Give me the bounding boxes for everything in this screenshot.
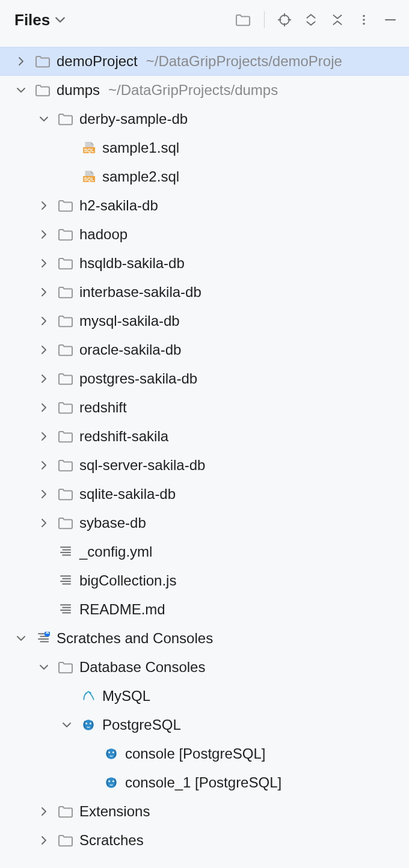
tree-item-label: oracle-sakila-db: [79, 341, 181, 358]
chevron-right-icon[interactable]: [37, 460, 51, 470]
tree-row[interactable]: redshift: [0, 393, 409, 422]
tree-row[interactable]: postgres-sakila-db: [0, 364, 409, 393]
tree-item-label: hadoop: [79, 226, 128, 243]
tree-row[interactable]: sql-server-sakila-db: [0, 451, 409, 480]
chevron-right-icon[interactable]: [37, 518, 51, 528]
chevron-down-icon[interactable]: [37, 114, 51, 124]
tree-row[interactable]: derby-sample-db: [0, 105, 409, 133]
folder-icon: [57, 459, 75, 472]
tree-item-label: mysql-sakila-db: [79, 313, 180, 329]
tree-item-label: console_1 [PostgreSQL]: [125, 774, 281, 791]
chevron-right-icon[interactable]: [14, 57, 28, 66]
tree-row[interactable]: sybase-db: [0, 509, 409, 537]
folder-icon: [34, 84, 52, 97]
expand-all-icon[interactable]: [304, 13, 318, 26]
folder-icon: [57, 834, 75, 847]
file-tree: demoProject~/DataGripProjects/demoProjed…: [0, 43, 409, 855]
tree-item-label: Extensions: [79, 803, 150, 820]
collapse-all-icon[interactable]: [331, 13, 344, 26]
folder-icon: [57, 661, 75, 674]
chevron-right-icon[interactable]: [37, 345, 51, 355]
chevron-right-icon[interactable]: [37, 258, 51, 268]
folder-icon: [57, 805, 75, 818]
tree-row[interactable]: oracle-sakila-db: [0, 335, 409, 364]
panel-title: Files: [14, 11, 50, 29]
tree-row[interactable]: dumps~/DataGripProjects/dumps: [0, 76, 409, 105]
tree-row[interactable]: demoProject~/DataGripProjects/demoProje: [0, 47, 409, 76]
chevron-right-icon[interactable]: [37, 374, 51, 384]
tree-item-label: interbase-sakila-db: [79, 284, 201, 301]
select-opened-file-icon[interactable]: [278, 13, 291, 26]
chevron-right-icon[interactable]: [37, 201, 51, 210]
chevron-right-icon[interactable]: [37, 807, 51, 816]
sql-icon: [79, 170, 97, 183]
chevron-down-icon[interactable]: [14, 85, 28, 95]
tree-row[interactable]: sample2.sql: [0, 162, 409, 191]
tree-item-label: h2-sakila-db: [79, 197, 158, 214]
tree-row[interactable]: hsqldb-sakila-db: [0, 249, 409, 278]
tree-row[interactable]: hadoop: [0, 220, 409, 249]
chevron-down-icon: [55, 14, 66, 25]
textfile-icon: [57, 574, 75, 587]
chevron-right-icon[interactable]: [37, 836, 51, 845]
tree-row[interactable]: Scratches: [0, 826, 409, 855]
tree-row[interactable]: mysql-sakila-db: [0, 307, 409, 335]
tree-row[interactable]: Database Consoles: [0, 653, 409, 682]
tree-item-label: dumps: [57, 82, 100, 99]
folder-icon: [34, 55, 52, 68]
panel-header: Files: [0, 0, 409, 43]
tree-row[interactable]: _config.yml: [0, 537, 409, 566]
tree-row[interactable]: sqlite-sakila-db: [0, 480, 409, 509]
tree-item-label: postgres-sakila-db: [79, 370, 197, 387]
tree-row[interactable]: bigCollection.js: [0, 566, 409, 595]
folder-icon: [57, 430, 75, 443]
tree-row[interactable]: interbase-sakila-db: [0, 278, 409, 307]
chevron-right-icon[interactable]: [37, 432, 51, 441]
postgres-icon: [102, 776, 120, 789]
scratches-icon: [34, 632, 52, 645]
tree-row[interactable]: Scratches and Consoles: [0, 624, 409, 653]
sql-icon: [79, 141, 97, 154]
folder-icon: [57, 401, 75, 414]
folder-icon: [57, 343, 75, 356]
folder-icon: [57, 286, 75, 299]
more-options-icon[interactable]: [357, 13, 371, 26]
tree-item-label: sample2.sql: [102, 168, 179, 185]
folder-icon: [57, 487, 75, 501]
textfile-icon: [57, 545, 75, 558]
chevron-right-icon[interactable]: [37, 230, 51, 239]
tree-row[interactable]: console_1 [PostgreSQL]: [0, 768, 409, 797]
chevron-right-icon[interactable]: [37, 403, 51, 412]
chevron-right-icon[interactable]: [37, 316, 51, 326]
tree-row[interactable]: README.md: [0, 595, 409, 624]
minimize-icon[interactable]: [384, 13, 397, 26]
panel-title-dropdown[interactable]: Files: [14, 11, 66, 29]
tree-item-label: redshift: [79, 399, 127, 416]
tree-item-label: sybase-db: [79, 515, 146, 531]
tree-row[interactable]: PostgreSQL: [0, 711, 409, 739]
tree-row[interactable]: MySQL: [0, 682, 409, 711]
panel-actions: [235, 11, 397, 28]
folder-icon: [57, 516, 75, 530]
tree-item-label: bigCollection.js: [79, 572, 176, 589]
tree-item-path: ~/DataGripProjects/demoProje: [146, 53, 342, 70]
tree-row[interactable]: Extensions: [0, 797, 409, 826]
chevron-right-icon[interactable]: [37, 489, 51, 499]
tree-item-label: demoProject: [57, 53, 138, 70]
chevron-right-icon[interactable]: [37, 287, 51, 297]
tree-item-label: console [PostgreSQL]: [125, 745, 265, 762]
chevron-down-icon[interactable]: [60, 720, 73, 730]
tree-item-label: sqlite-sakila-db: [79, 486, 176, 503]
tree-row[interactable]: h2-sakila-db: [0, 191, 409, 220]
new-folder-icon[interactable]: [235, 13, 251, 26]
folder-icon: [57, 372, 75, 385]
tree-row[interactable]: redshift-sakila: [0, 422, 409, 451]
folder-icon: [57, 257, 75, 270]
tree-item-label: sample1.sql: [102, 139, 179, 156]
tree-item-label: Scratches: [79, 832, 144, 849]
tree-row[interactable]: console [PostgreSQL]: [0, 739, 409, 768]
chevron-down-icon[interactable]: [37, 662, 51, 672]
tree-row[interactable]: sample1.sql: [0, 133, 409, 162]
chevron-down-icon[interactable]: [14, 634, 28, 643]
tree-item-label: PostgreSQL: [102, 717, 181, 733]
